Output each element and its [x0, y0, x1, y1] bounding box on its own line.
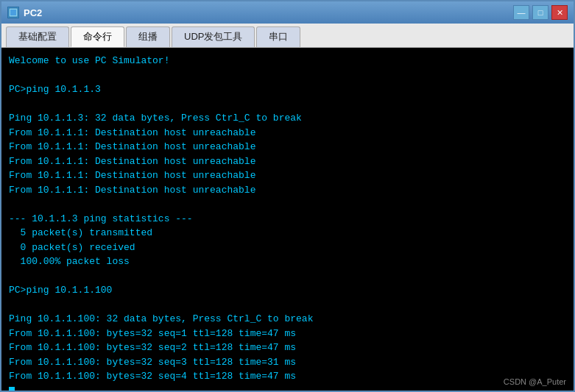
minimize-button[interactable]: — [513, 5, 529, 20]
cursor [9, 387, 15, 391]
terminal[interactable]: Welcome to use PC Simulator! PC>ping 10.… [1, 48, 574, 391]
window: PC2 — □ ✕ 基础配置 命令行 组播 UDP发包工具 串口 Welcome… [0, 0, 575, 392]
title-bar: PC2 — □ ✕ [1, 1, 574, 24]
tab-serial[interactable]: 串口 [256, 26, 300, 47]
title-text: PC2 [24, 7, 42, 18]
maximize-button[interactable]: □ [532, 5, 548, 20]
title-bar-left: PC2 [7, 7, 42, 18]
title-buttons: — □ ✕ [513, 5, 568, 20]
close-button[interactable]: ✕ [551, 5, 568, 20]
tab-multicast[interactable]: 组播 [126, 26, 170, 47]
tab-bar: 基础配置 命令行 组播 UDP发包工具 串口 [1, 24, 574, 48]
terminal-output: Welcome to use PC Simulator! PC>ping 10.… [9, 54, 566, 384]
tab-basic-config[interactable]: 基础配置 [6, 26, 69, 47]
svg-rect-1 [10, 10, 16, 15]
window-icon [7, 7, 19, 18]
watermark: CSDN @A_Puter [504, 377, 566, 386]
tab-command-line[interactable]: 命令行 [71, 26, 124, 47]
tab-udp-tool[interactable]: UDP发包工具 [172, 26, 255, 47]
